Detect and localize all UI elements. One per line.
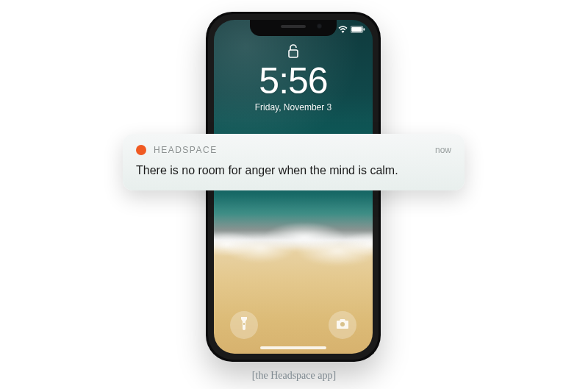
front-camera [317,24,322,29]
camera-icon [336,318,349,332]
svg-rect-3 [289,50,298,57]
notification-timestamp: now [435,145,451,155]
clock-date: Friday, November 3 [214,102,373,113]
svg-rect-1 [351,27,362,32]
wallpaper-waves [214,220,373,271]
battery-icon [351,26,365,33]
camera-button[interactable] [329,311,356,339]
notification-body: There is no room for anger when the mind… [136,163,451,179]
svg-rect-2 [364,28,365,30]
notification-header: HEADSPACE now [136,145,451,155]
flashlight-icon [239,317,249,333]
app-name-label: HEADSPACE [154,145,435,155]
unlock-icon [287,43,299,61]
svg-rect-4 [243,323,245,325]
notch [250,20,337,36]
speaker-grille [281,25,306,28]
figure-caption: [the Headspace app] [0,370,588,382]
notification-card[interactable]: HEADSPACE now There is no room for anger… [123,134,465,190]
flashlight-button[interactable] [230,311,258,339]
clock-time: 5:56 [214,63,373,99]
svg-point-5 [340,322,345,326]
lock-screen-header: 5:56 Friday, November 3 [214,43,373,113]
wifi-icon [338,26,348,33]
home-indicator[interactable] [260,346,326,349]
app-icon [136,145,146,155]
